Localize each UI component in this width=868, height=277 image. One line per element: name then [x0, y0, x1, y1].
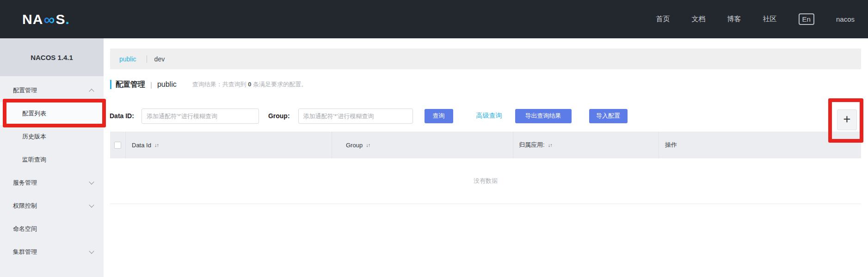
- sidebar-item-label: 配置管理: [13, 86, 37, 95]
- column-label: 操作: [665, 141, 677, 149]
- heading-separator: |: [150, 81, 152, 89]
- sidebar-item-namespace[interactable]: 命名空间: [0, 217, 104, 241]
- sidebar-item-history-versions[interactable]: 历史版本: [0, 125, 104, 148]
- chevron-down-icon: [89, 248, 94, 253]
- sidebar-item-label: 集群管理: [13, 248, 37, 256]
- sidebar-item-config-list[interactable]: 配置列表: [0, 102, 104, 125]
- namespace-tab-dev[interactable]: dev: [154, 55, 165, 63]
- nav-blog[interactable]: 博客: [727, 15, 741, 24]
- sort-icon[interactable]: ↓↑: [366, 142, 370, 148]
- page-heading: 配置管理 | public 查询结果：共查询到 0 条满足要求的配置。: [110, 79, 307, 90]
- data-id-input[interactable]: [142, 108, 259, 124]
- column-header-application: 归属应用: ↓↑: [513, 132, 659, 158]
- result-prefix: 查询结果：共查询到: [192, 81, 248, 88]
- column-header-actions: 操作: [659, 132, 861, 158]
- select-all-cell: [110, 132, 126, 158]
- infinity-icon: ∞: [43, 12, 55, 26]
- sidebar-item-label: 命名空间: [13, 225, 37, 233]
- main-content: public dev 配置管理 | public 查询结果：共查询到 0 条满足…: [104, 38, 868, 277]
- sort-icon[interactable]: ↓↑: [548, 142, 552, 148]
- top-header: NA∞S. 首页 文档 博客 社区 En nacos: [0, 0, 868, 38]
- nacos-logo[interactable]: NA∞S.: [22, 12, 70, 27]
- sidebar-item-config-management[interactable]: 配置管理: [0, 79, 104, 102]
- advanced-query-link[interactable]: 高级查询: [476, 112, 502, 120]
- tab-separator: [147, 55, 147, 63]
- column-label: 归属应用:: [519, 141, 545, 149]
- heading-namespace: public: [157, 80, 177, 89]
- logo-text-right: S: [56, 12, 66, 27]
- add-config-button[interactable]: +: [837, 109, 857, 130]
- nav-community[interactable]: 社区: [763, 15, 777, 24]
- sidebar-item-service-management[interactable]: 服务管理: [0, 171, 104, 194]
- no-data-label: 没有数据: [474, 177, 498, 185]
- select-all-checkbox[interactable]: [114, 142, 121, 149]
- sidebar-item-label: 配置列表: [22, 109, 46, 118]
- nav-home[interactable]: 首页: [656, 15, 670, 24]
- chevron-down-icon: [89, 179, 94, 184]
- namespace-tab-public[interactable]: public: [119, 55, 136, 63]
- group-input[interactable]: [298, 108, 413, 124]
- data-id-label: Data ID:: [110, 112, 134, 120]
- nacos-console: NA∞S. 首页 文档 博客 社区 En nacos NACOS 1.4.1 配…: [0, 0, 868, 277]
- language-toggle[interactable]: En: [799, 13, 814, 25]
- username-label[interactable]: nacos: [836, 15, 855, 23]
- logo-text-left: NA: [22, 12, 43, 27]
- group-label: Group:: [268, 112, 290, 120]
- result-count: 0: [248, 81, 251, 88]
- sidebar-item-cluster-management[interactable]: 集群管理: [0, 241, 104, 264]
- column-header-group: Group ↓↑: [332, 132, 513, 158]
- sidebar-item-label: 服务管理: [13, 179, 37, 187]
- table-empty-state: 没有数据: [110, 158, 861, 204]
- namespace-tab-bar: public dev: [110, 48, 861, 69]
- top-nav: 首页 文档 博客 社区 En nacos: [656, 0, 855, 38]
- query-result-summary: 查询结果：共查询到 0 条满足要求的配置。: [192, 80, 307, 89]
- table-header-row: Data Id ↓↑ Group ↓↑ 归属应用: ↓↑ 操作: [110, 132, 861, 158]
- page-title: 配置管理: [116, 80, 145, 90]
- result-suffix: 条满足要求的配置。: [252, 81, 308, 88]
- query-form: Data ID: Group: 查询 高级查询 导出查询结果 导入配置: [110, 108, 628, 124]
- sort-icon[interactable]: ↓↑: [154, 142, 159, 148]
- nav-docs[interactable]: 文档: [692, 15, 706, 24]
- export-results-button[interactable]: 导出查询结果: [515, 109, 572, 123]
- column-label: Data Id: [132, 142, 151, 149]
- sidebar-item-label: 历史版本: [22, 132, 46, 141]
- sidebar-item-listening-query[interactable]: 监听查询: [0, 148, 104, 171]
- sidebar-version-title: NACOS 1.4.1: [0, 38, 104, 76]
- chevron-down-icon: [89, 202, 94, 207]
- heading-accent-bar: [110, 80, 111, 89]
- sidebar: NACOS 1.4.1 配置管理 配置列表 历史版本 监听查询 服务管理 权限控…: [0, 38, 104, 277]
- column-header-data-id: Data Id ↓↑: [126, 132, 332, 158]
- sidebar-item-permission-control[interactable]: 权限控制: [0, 194, 104, 217]
- import-config-button[interactable]: 导入配置: [589, 109, 628, 123]
- sidebar-item-label: 监听查询: [22, 156, 46, 164]
- column-label: Group: [346, 142, 363, 149]
- sidebar-item-label: 权限控制: [13, 202, 37, 210]
- config-table: Data Id ↓↑ Group ↓↑ 归属应用: ↓↑ 操作 没有数据: [110, 132, 861, 204]
- search-button[interactable]: 查询: [425, 109, 453, 123]
- sidebar-menu: 配置管理 配置列表 历史版本 监听查询 服务管理 权限控制 命名空间: [0, 76, 104, 264]
- logo-dot: .: [66, 12, 70, 27]
- chevron-up-icon: [89, 89, 94, 94]
